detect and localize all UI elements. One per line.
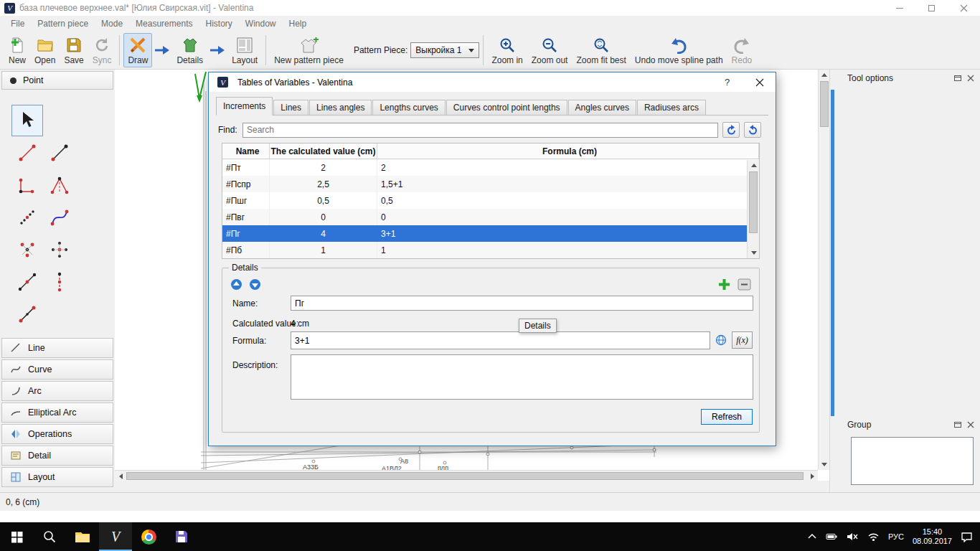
dock-float-button[interactable]: [952, 72, 963, 84]
menu-window[interactable]: Window: [239, 17, 283, 31]
tool-bisector-point[interactable]: [44, 169, 75, 201]
taskbar-save-app-button[interactable]: [165, 522, 198, 551]
open-button[interactable]: Open: [30, 33, 60, 67]
formula-editor-button[interactable]: f(x): [732, 331, 753, 349]
menu-file[interactable]: File: [4, 17, 31, 31]
section-line[interactable]: Line: [1, 338, 113, 358]
section-detail[interactable]: Detail: [1, 446, 113, 466]
undo-button[interactable]: Undo move spline path: [631, 33, 727, 67]
save-button[interactable]: Save: [60, 33, 88, 67]
tab-angles-curves[interactable]: Angles curves: [568, 100, 636, 115]
scroll-right-button[interactable]: [806, 471, 818, 481]
taskbar-chrome-button[interactable]: [132, 522, 165, 551]
column-header-formula[interactable]: Formula (cm): [377, 143, 759, 159]
globe-button[interactable]: [715, 334, 727, 347]
dialog-close-button[interactable]: [743, 72, 776, 92]
table-row-selected[interactable]: #Пг 4 3+1: [222, 225, 759, 242]
taskbar-search-button[interactable]: [33, 522, 66, 551]
scroll-up-button[interactable]: [819, 70, 830, 80]
dock-close-button[interactable]: [965, 419, 976, 430]
tool-point-along-line[interactable]: [11, 202, 43, 233]
redo-button[interactable]: Redo: [727, 33, 757, 67]
move-up-button[interactable]: [228, 277, 244, 291]
taskbar-valentina-button[interactable]: V: [99, 522, 132, 551]
dock-float-button[interactable]: [952, 419, 963, 430]
search-input[interactable]: [242, 123, 718, 138]
tool-spline-curve[interactable]: [44, 202, 75, 233]
table-scroll-up-button[interactable]: [748, 160, 760, 171]
section-curve[interactable]: Curve: [1, 359, 113, 380]
vertical-scrollbar[interactable]: [818, 70, 829, 470]
tool-triangle-points[interactable]: [44, 234, 75, 265]
dialog-help-button[interactable]: ?: [711, 72, 743, 92]
new-pattern-piece-button[interactable]: New pattern piece: [270, 33, 348, 67]
horizontal-scroll-thumb[interactable]: [126, 472, 804, 480]
group-list[interactable]: [851, 437, 974, 485]
battery-indicator[interactable]: [821, 522, 842, 551]
horizontal-scrollbar[interactable]: [115, 470, 818, 481]
refresh-button[interactable]: Refresh: [701, 409, 753, 425]
new-button[interactable]: New: [4, 33, 30, 67]
tab-lengths-curves[interactable]: Lengths curves: [372, 100, 445, 115]
description-textarea[interactable]: [291, 354, 753, 400]
tool-vertical-axis-point[interactable]: [44, 266, 75, 298]
menu-history[interactable]: History: [199, 17, 238, 31]
dock-close-button[interactable]: [965, 72, 976, 84]
tab-radiuses-arcs[interactable]: Radiuses arcs: [637, 100, 706, 115]
maximize-button[interactable]: [915, 0, 948, 16]
find-next-button[interactable]: [744, 122, 761, 138]
section-layout[interactable]: Layout: [1, 467, 113, 487]
table-row[interactable]: #Пб 1 1: [222, 242, 759, 258]
zoom-fit-best-button[interactable]: Zoom fit best: [572, 33, 630, 67]
pattern-piece-select[interactable]: Выкройка 1: [410, 42, 479, 58]
sync-button[interactable]: Sync: [88, 33, 116, 67]
name-input[interactable]: [291, 296, 753, 311]
column-header-name[interactable]: Name: [222, 143, 270, 159]
add-increment-button[interactable]: [716, 277, 732, 291]
table-scroll-down-button[interactable]: [748, 248, 760, 258]
table-row[interactable]: #Пвг 0 0: [222, 209, 759, 225]
volume-muted-indicator[interactable]: [842, 522, 863, 551]
menu-measurements[interactable]: Measurements: [129, 17, 199, 31]
action-center-button[interactable]: [956, 522, 977, 551]
tool-point-at-distance-angle[interactable]: [11, 137, 43, 169]
tab-increments[interactable]: Increments: [216, 97, 273, 116]
tool-segment-points[interactable]: [11, 298, 43, 330]
layout-mode-button[interactable]: Layout: [227, 33, 262, 67]
details-mode-button[interactable]: Details: [172, 33, 207, 67]
zoom-in-button[interactable]: Zoom in: [487, 33, 527, 67]
tool-point-of-intersection[interactable]: [11, 234, 43, 265]
formula-input[interactable]: [291, 331, 710, 349]
table-scrollbar[interactable]: [747, 160, 759, 258]
zoom-out-button[interactable]: Zoom out: [527, 33, 573, 67]
language-indicator[interactable]: РУС: [884, 522, 908, 551]
scroll-down-button[interactable]: [819, 459, 830, 470]
remove-increment-button[interactable]: [736, 277, 752, 291]
menu-pattern-piece[interactable]: Pattern piece: [31, 17, 95, 31]
section-elliptical-arc[interactable]: Elliptical Arc: [1, 402, 113, 423]
start-button[interactable]: [0, 522, 33, 551]
menu-mode[interactable]: Mode: [95, 17, 129, 31]
draw-mode-button[interactable]: Draw: [123, 33, 152, 67]
tab-lines-angles[interactable]: Lines angles: [309, 100, 372, 115]
table-row[interactable]: #Пт 2 2: [222, 159, 759, 176]
tool-midpoint[interactable]: [11, 266, 43, 298]
column-header-calculated-value[interactable]: The calculated value (cm): [270, 143, 377, 159]
tray-expand-button[interactable]: [803, 522, 821, 551]
find-previous-button[interactable]: [722, 122, 740, 138]
close-button[interactable]: [948, 0, 980, 16]
taskbar-file-explorer-button[interactable]: [66, 522, 99, 551]
tab-curves-control-point-lengths[interactable]: Curves control point lengths: [446, 100, 567, 115]
menu-help[interactable]: Help: [283, 17, 314, 31]
move-down-button[interactable]: [247, 277, 263, 291]
section-point[interactable]: Point: [1, 71, 113, 90]
tab-lines[interactable]: Lines: [273, 100, 308, 115]
minimize-button[interactable]: [883, 0, 915, 16]
network-indicator[interactable]: [863, 522, 884, 551]
tool-perpendicular-point[interactable]: [11, 169, 43, 201]
vertical-scroll-thumb[interactable]: [820, 81, 829, 127]
taskbar-clock[interactable]: 15:40 08.09.2017: [908, 527, 956, 546]
tool-line-between-points[interactable]: [44, 137, 75, 169]
section-arc[interactable]: Arc: [1, 381, 113, 401]
table-row[interactable]: #Пспр 2,5 1,5+1: [222, 176, 759, 192]
